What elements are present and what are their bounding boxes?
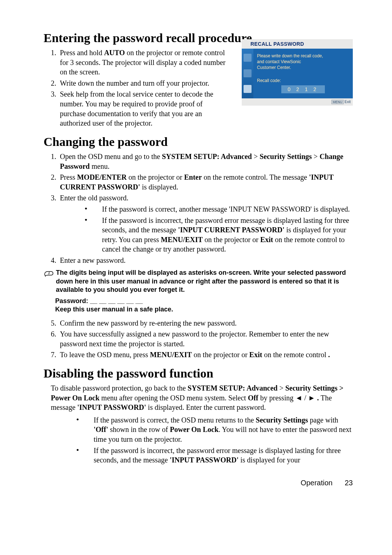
bullet-icon: • xyxy=(85,204,102,214)
password-blank-line: Password: __ __ __ __ __ __ xyxy=(55,297,353,305)
keep-manual-note: Keep this user manual in a safe place. xyxy=(55,306,353,313)
osd-body: Please write down the recall code, and c… xyxy=(242,49,353,98)
list-item: 1. Open the OSD menu and go to the SYSTE… xyxy=(44,152,353,171)
list-item: • If the password is correct, the OSD me… xyxy=(76,415,353,444)
recall-password-osd: RECALL PASSWORD Please write down the re… xyxy=(242,39,353,106)
list-item: • If the password is incorrect, the pass… xyxy=(85,216,353,254)
changing-password-list-4: 4. Enter a new password. xyxy=(44,256,353,265)
note-icon: i xyxy=(44,269,54,294)
bullet-icon: • xyxy=(76,415,94,444)
bullet-icon: • xyxy=(85,216,102,254)
osd-message: Please write down the recall code, and c… xyxy=(257,53,349,71)
page-number: 23 xyxy=(345,479,353,487)
footer-section-label: Operation xyxy=(301,479,332,487)
osd-tab-icon xyxy=(244,54,252,62)
changing-sub-bullets: • If the password is correct, another me… xyxy=(67,204,353,254)
osd-tab-icon xyxy=(244,85,252,93)
osd-footer: MENUExit xyxy=(242,98,353,106)
osd-title: RECALL PASSWORD xyxy=(242,39,353,49)
bullet-icon: • xyxy=(76,446,94,465)
note-text: The digits being input will be displayed… xyxy=(56,269,353,294)
osd-sidebar xyxy=(242,49,253,98)
list-item: 3. Enter the old password. xyxy=(44,193,353,203)
disabling-paragraph: To disable password protection, go back … xyxy=(51,383,353,412)
list-item: 4. Enter a new password. xyxy=(44,256,353,265)
osd-recall-code: 0 2 1 2 xyxy=(281,85,325,93)
changing-password-list-567: 5. Confirm the new password by re-enteri… xyxy=(44,318,353,360)
osd-recall-label: Recall code: xyxy=(257,78,349,83)
list-item: • If the password is incorrect, the pass… xyxy=(76,446,353,465)
list-item: • If the password is correct, another me… xyxy=(85,204,353,214)
list-item: 6. You have successfully assigned a new … xyxy=(44,329,353,348)
note-block: i The digits being input will be display… xyxy=(44,269,353,294)
list-item: 7. To leave the OSD menu, press MENU/EXI… xyxy=(44,350,353,360)
osd-menu-button: MENU xyxy=(331,100,344,104)
list-item: 2. Press MODE/ENTER on the projector or … xyxy=(44,172,353,192)
section-title-disabling: Disabling the password function xyxy=(44,366,353,380)
changing-password-list: 1. Open the OSD menu and go to the SYSTE… xyxy=(44,152,353,203)
section-title-changing: Changing the password xyxy=(44,135,353,149)
page-footer: Operation 23 xyxy=(44,479,353,487)
list-item: 5. Confirm the new password by re-enteri… xyxy=(44,318,353,328)
disabling-bullets: • If the password is correct, the OSD me… xyxy=(44,415,353,465)
osd-tab-icon xyxy=(244,69,252,77)
